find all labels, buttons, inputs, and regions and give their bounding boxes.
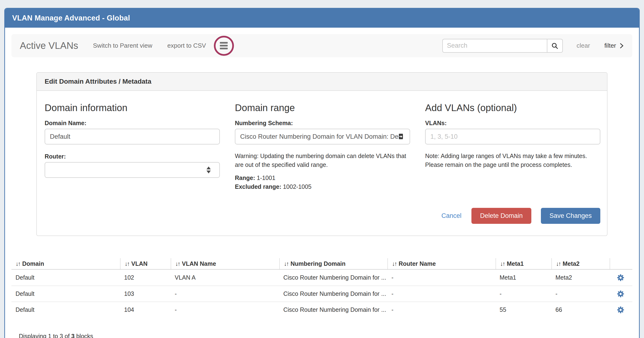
cell-meta1: Meta1 [496,274,552,281]
cell-router-name: - [388,274,496,281]
numbering-schema-value: Cisco Router Numbering Domain for VLAN D… [240,133,398,140]
column-header-vlan[interactable]: ↓↑VLAN [120,258,171,269]
search-input[interactable] [442,39,547,53]
cell-meta2: - [552,290,610,297]
menu-button[interactable] [214,36,234,56]
gear-icon [616,274,625,282]
panel-title: Edit Domain Attributes / Metadata [45,78,151,85]
cell-vlan: 102 [120,274,171,281]
cell-domain: Default [12,274,120,281]
cell-vlan-name: VLAN A [171,274,279,281]
column-header-meta2[interactable]: ↓↑Meta2 [552,258,610,269]
sort-arrows-icon: ↓↑ [284,260,288,267]
cell-vlan: 103 [120,290,171,297]
panel-actions: Cancel Delete Domain Save Changes [45,208,600,224]
excluded-range-value: 1002-1005 [283,183,312,190]
text-caret-icon [399,134,403,139]
cell-domain: Default [12,290,120,297]
cell-numbering-domain: Cisco Router Numbering Domain for ... [279,274,388,281]
domain-information-section: Domain information Domain Name: Router: [45,102,220,191]
cell-vlan-name: - [171,290,279,297]
domain-name-field[interactable] [45,129,220,145]
row-settings-button[interactable] [616,274,625,282]
table-row: Default 103 - Cisco Router Numbering Dom… [12,286,632,302]
cancel-link[interactable]: Cancel [441,212,462,219]
column-header-actions [610,258,632,269]
filter-link[interactable]: filter [604,42,624,49]
domain-name-label: Domain Name: [45,120,220,127]
gear-icon [616,290,625,298]
table-footer: Displaying 1 to 3 of 3 blocks [12,333,632,338]
range-line: Range: 1-1001 [235,173,410,182]
table-header-row: ↓↑Domain ↓↑VLAN ↓↑VLAN Name ↓↑Numbering … [12,258,632,270]
sort-arrows-icon: ↓↑ [500,260,504,267]
column-header-domain[interactable]: ↓↑Domain [12,258,120,269]
row-settings-button[interactable] [616,290,625,298]
window-title: VLAN Manage Advanced - Global [12,14,130,22]
vlans-note: Note: Adding large ranges of VLANs may t… [425,152,600,169]
cell-vlan: 104 [120,306,171,313]
window-titlebar: VLAN Manage Advanced - Global [5,8,639,28]
cell-domain: Default [12,306,120,313]
sort-arrows-icon: ↓↑ [392,260,396,267]
vlans-field[interactable] [425,129,600,145]
export-to-csv-link[interactable]: export to CSV [167,42,206,49]
edit-domain-panel: Edit Domain Attributes / Metadata Domain… [36,72,608,236]
range-label: Range: [235,174,255,181]
sort-arrows-icon: ↓↑ [124,260,129,267]
numbering-schema-label: Numbering Schema: [235,120,410,127]
save-changes-button[interactable]: Save Changes [541,208,600,224]
delete-domain-button[interactable]: Delete Domain [472,208,531,224]
updown-arrows-icon [206,167,211,173]
chevron-right-icon [620,43,624,49]
numbering-warning: Warning: Updating the numbering domain c… [235,152,410,169]
cell-numbering-domain: Cisco Router Numbering Domain for ... [279,306,388,313]
range-value: 1-1001 [257,174,276,181]
page-title: Active VLANs [20,40,78,51]
cell-vlan-name: - [171,306,279,313]
router-label: Router: [45,153,220,160]
excluded-range-label: Excluded range: [235,183,282,190]
hamburger-icon [220,42,228,44]
switch-to-parent-view-link[interactable]: Switch to Parent view [93,42,152,49]
table-row: Default 104 - Cisco Router Numbering Dom… [12,302,632,318]
router-select[interactable] [45,162,220,178]
cell-router-name: - [388,306,496,313]
footer-total: 3 [71,333,75,338]
panel-body: Domain information Domain Name: Router: [37,91,607,235]
footer-prefix: Displaying 1 to 3 of [19,333,71,338]
sort-arrows-icon: ↓↑ [556,260,560,267]
cell-router-name: - [388,290,496,297]
column-header-meta1[interactable]: ↓↑Meta1 [496,258,552,269]
gear-icon [616,306,625,314]
panel-heading: Edit Domain Attributes / Metadata [37,73,607,91]
cell-numbering-domain: Cisco Router Numbering Domain for ... [279,290,388,297]
clear-link[interactable]: clear [577,42,590,49]
footer-suffix: blocks [74,333,93,338]
vlans-label: VLANs: [425,120,600,127]
column-header-numbering-domain[interactable]: ↓↑Numbering Domain [279,258,388,269]
sort-arrows-icon: ↓↑ [175,260,180,267]
domain-range-section: Domain range Numbering Schema: Cisco Rou… [235,102,410,191]
domain-information-heading: Domain information [45,102,220,113]
search-group [442,39,563,53]
app-window: VLAN Manage Advanced - Global Active VLA… [4,8,640,338]
cell-meta1: - [496,290,552,297]
sort-arrows-icon: ↓↑ [16,260,20,267]
column-header-router-name[interactable]: ↓↑Router Name [388,258,496,269]
window-content: Active VLANs Switch to Parent view expor… [5,28,639,338]
table-row: Default 102 VLAN A Cisco Router Numberin… [12,270,632,286]
filter-label: filter [604,42,616,49]
cell-meta2: Meta2 [552,274,610,281]
add-vlans-section: Add VLANs (optional) VLANs: Note: Adding… [425,102,600,191]
search-button[interactable] [547,39,563,53]
vlan-table: ↓↑Domain ↓↑VLAN ↓↑VLAN Name ↓↑Numbering … [12,258,632,318]
cell-meta2: 66 [552,306,610,313]
add-vlans-heading: Add VLANs (optional) [425,102,600,113]
column-header-vlan-name[interactable]: ↓↑VLAN Name [171,258,279,269]
cell-meta1: 55 [496,306,552,313]
numbering-schema-select[interactable]: Cisco Router Numbering Domain for VLAN D… [235,129,410,145]
row-settings-button[interactable] [616,306,625,314]
excluded-range-line: Excluded range: 1002-1005 [235,182,410,191]
toolbar: Active VLANs Switch to Parent view expor… [12,34,632,57]
